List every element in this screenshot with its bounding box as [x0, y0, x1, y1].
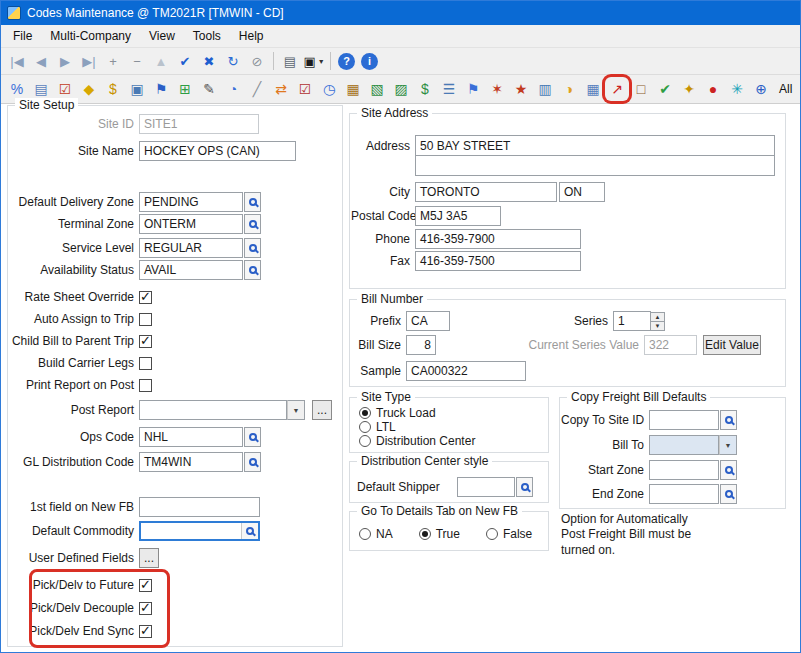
pick-delv-to-future-checkbox[interactable] — [139, 579, 152, 592]
globe-icon[interactable]: ⊕ — [749, 77, 773, 101]
clear-icon[interactable]: ⊘ — [245, 50, 269, 72]
grid-icon[interactable]: ▥ — [533, 77, 557, 101]
calendar-icon[interactable]: ▦ — [581, 77, 605, 101]
series-down-button[interactable]: ▼ — [650, 321, 665, 331]
badge-icon[interactable]: ◆ — [77, 77, 101, 101]
default-delivery-zone-lookup-button[interactable] — [244, 192, 261, 212]
site-type-truck-load-radio[interactable] — [359, 407, 371, 419]
user-defined-fields-button[interactable]: ... — [139, 548, 159, 568]
clock-icon[interactable]: ◷ — [317, 77, 341, 101]
menu-multi-company[interactable]: Multi-Company — [41, 26, 140, 46]
menu-view[interactable]: View — [140, 26, 184, 46]
menu-file[interactable]: File — [4, 26, 41, 46]
meter-icon[interactable]: ◑ — [557, 77, 581, 101]
info-icon[interactable]: i — [361, 53, 378, 70]
post-report-dropdown-caret[interactable]: ▼ — [287, 400, 305, 420]
screen-select-icon[interactable]: ▣▼ — [302, 50, 326, 72]
copy-icon[interactable]: ▣ — [125, 77, 149, 101]
first-field-new-fb-field[interactable] — [139, 497, 260, 517]
edit-value-button[interactable]: Edit Value — [703, 335, 761, 355]
copy-to-site-id-lookup-button[interactable] — [720, 410, 737, 430]
start-zone-field[interactable] — [649, 460, 719, 480]
default-shipper-lookup-button[interactable] — [516, 477, 533, 497]
accept-icon[interactable]: ✔ — [173, 50, 197, 72]
address-line1-field[interactable]: 50 BAY STREET — [415, 135, 775, 156]
previous-record-icon[interactable]: ◀ — [29, 50, 53, 72]
pick-delv-end-sync-checkbox[interactable] — [139, 625, 152, 638]
toolbar-all-label[interactable]: All — [773, 82, 798, 96]
go-to-details-na-radio[interactable] — [359, 528, 371, 540]
address-line2-field[interactable] — [415, 155, 775, 176]
go-to-details-true-radio[interactable] — [419, 528, 431, 540]
terminal-zone-lookup-button[interactable] — [244, 214, 261, 234]
site-type-distribution-center-radio[interactable] — [359, 435, 371, 447]
print-report-on-post-checkbox[interactable] — [139, 379, 152, 392]
gl-distribution-code-lookup-button[interactable] — [244, 452, 261, 472]
bill-to-dropdown[interactable] — [649, 435, 719, 455]
print-icon[interactable]: ▤ — [278, 50, 302, 72]
redirect-icon[interactable]: ↗ — [605, 77, 629, 101]
city-field[interactable]: TORONTO — [415, 182, 557, 202]
ledger-alt-icon[interactable]: ▨ — [389, 77, 413, 101]
ops-code-lookup-button[interactable] — [244, 427, 261, 447]
add-record-icon[interactable]: + — [101, 50, 125, 72]
default-commodity-lookup-button[interactable] — [241, 523, 258, 539]
pen-icon[interactable]: ✎ — [197, 77, 221, 101]
split-icon[interactable]: ⇄ — [269, 77, 293, 101]
start-zone-lookup-button[interactable] — [720, 460, 737, 480]
form-check-icon[interactable]: ☑ — [293, 77, 317, 101]
ledger-icon[interactable]: ▧ — [365, 77, 389, 101]
service-level-lookup-button[interactable] — [244, 238, 261, 258]
rate-sheet-override-checkbox[interactable] — [139, 291, 152, 304]
default-commodity-field[interactable] — [141, 523, 240, 539]
next-record-icon[interactable]: ▶ — [53, 50, 77, 72]
province-field[interactable]: ON — [559, 182, 605, 202]
prefix-field[interactable]: CA — [406, 311, 450, 331]
pick-delv-decouple-checkbox[interactable] — [139, 602, 152, 615]
end-zone-field[interactable] — [649, 484, 719, 504]
post-report-dropdown[interactable] — [139, 400, 287, 420]
end-zone-lookup-button[interactable] — [720, 484, 737, 504]
menu-tools[interactable]: Tools — [184, 26, 230, 46]
list-icon[interactable]: ☰ — [437, 77, 461, 101]
availability-status-lookup-button[interactable] — [244, 260, 261, 280]
keys-icon[interactable]: ✦ — [677, 77, 701, 101]
availability-status-field[interactable]: AVAIL — [139, 260, 243, 280]
auto-assign-to-trip-checkbox[interactable] — [139, 313, 152, 326]
service-level-field[interactable]: REGULAR — [139, 238, 243, 258]
help-icon[interactable]: ? — [338, 53, 355, 70]
package-icon[interactable]: □ — [629, 77, 653, 101]
gauge-icon[interactable]: ◔ — [221, 77, 245, 101]
sample-field[interactable]: CA000322 — [406, 361, 526, 381]
flag-alt-icon[interactable]: ⚑ — [461, 77, 485, 101]
default-delivery-zone-field[interactable]: PENDING — [139, 192, 243, 212]
remove-record-icon[interactable]: − — [125, 50, 149, 72]
last-record-icon[interactable]: ▶| — [77, 50, 101, 72]
blade-icon[interactable]: ╱ — [245, 77, 269, 101]
post-report-more-button[interactable]: ... — [312, 400, 332, 420]
star-icon[interactable]: ★ — [509, 77, 533, 101]
site-type-ltl-radio[interactable] — [359, 421, 371, 433]
gl-distribution-code-field[interactable]: TM4WIN — [139, 452, 243, 472]
first-record-icon[interactable]: |◀ — [5, 50, 29, 72]
asterisk-icon[interactable]: ✳ — [725, 77, 749, 101]
site-name-field[interactable]: HOCKEY OPS (CAN) — [139, 141, 296, 161]
ops-code-field[interactable]: NHL — [139, 427, 243, 447]
approve-icon[interactable]: ✔ — [653, 77, 677, 101]
refresh-icon[interactable]: ↻ — [221, 50, 245, 72]
postal-code-field[interactable]: M5J 3A5 — [415, 206, 501, 226]
stars-icon[interactable]: ✶ — [485, 77, 509, 101]
default-shipper-field[interactable] — [457, 477, 515, 497]
menu-help[interactable]: Help — [230, 26, 273, 46]
money-table-icon[interactable]: $ — [413, 77, 437, 101]
build-carrier-legs-checkbox[interactable] — [139, 357, 152, 370]
fax-field[interactable]: 416-359-7500 — [415, 251, 581, 271]
bill-size-field[interactable]: 8 — [406, 335, 436, 355]
table-add-icon[interactable]: ⊞ — [173, 77, 197, 101]
car-icon[interactable]: ● — [701, 77, 725, 101]
dock-icon[interactable]: ▦ — [341, 77, 365, 101]
flag-icon[interactable]: ⚑ — [149, 77, 173, 101]
money-icon[interactable]: $ — [101, 77, 125, 101]
cancel-icon[interactable]: ✖ — [197, 50, 221, 72]
copy-to-site-id-field[interactable] — [649, 410, 719, 430]
